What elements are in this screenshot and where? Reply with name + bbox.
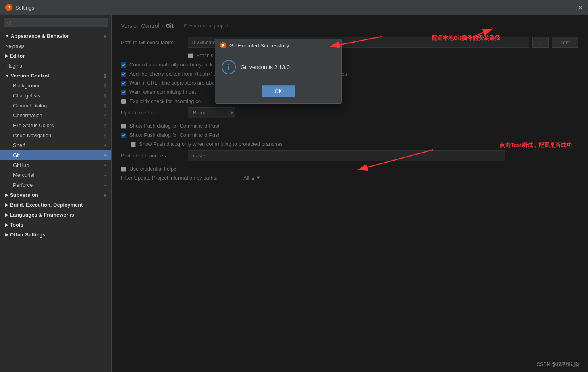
sidebar-item-commit-dialog[interactable]: Commit Dialog ⎘	[0, 101, 111, 110]
sidebar-label-keymap: Keymap	[5, 43, 24, 49]
search-input[interactable]	[4, 18, 108, 27]
sidebar-item-editor[interactable]: ▶ Editor	[0, 51, 111, 61]
dialog-title-left: P Git Executed Successfully	[220, 42, 289, 48]
watermark: CSDN @程序猿进阶	[536, 361, 580, 368]
app-icon: P	[5, 4, 12, 11]
title-bar: P Settings ✕	[0, 0, 588, 15]
sidebar-item-git[interactable]: Git ⎘	[0, 150, 111, 160]
sidebar-label-issue-nav: Issue Navigation	[13, 132, 51, 138]
info-icon: i	[222, 60, 236, 74]
close-button[interactable]: ✕	[578, 4, 583, 12]
sidebar-label-shelf: Shelf	[13, 142, 25, 148]
sidebar-item-plugins[interactable]: Plugins	[0, 61, 111, 71]
sidebar-item-keymap[interactable]: Keymap	[0, 41, 111, 51]
dialog-app-icon: P	[220, 42, 226, 48]
arrow-icon: ▼	[5, 34, 9, 38]
sidebar-label-file-status: File Status Colors	[13, 122, 54, 128]
dialog-title-text: Git Executed Successfully	[229, 43, 289, 48]
sidebar-item-shelf[interactable]: Shelf ⎘	[0, 140, 111, 150]
copy-icon-in: ⎘	[104, 133, 106, 138]
sidebar-label-subversion: Subversion	[10, 192, 38, 198]
ok-button[interactable]: OK	[262, 85, 295, 97]
copy-icon-gh: ⎘	[104, 163, 106, 168]
arrow-icon-tools: ▶	[5, 223, 8, 227]
dialog-body: i Git version is 2.13.0	[215, 52, 341, 82]
sidebar-item-background[interactable]: Background ⎘	[0, 81, 111, 91]
sidebar-label-github: GitHub	[13, 162, 29, 168]
window-title: Settings	[15, 5, 34, 11]
copy-icon-cd: ⎘	[104, 103, 106, 108]
sidebar-label-background: Background	[13, 83, 40, 89]
arrow-icon-svn: ▶	[5, 193, 8, 197]
sidebar-label-confirmation: Confirmation	[13, 112, 42, 118]
dialog-message: Git version is 2.13.0	[241, 64, 290, 70]
copy-icon-sh: ⎘	[104, 143, 106, 148]
dialog-footer: OK	[215, 82, 341, 103]
copy-icon-merc: ⎘	[104, 173, 106, 178]
copy-icon-cl: ⎘	[104, 93, 106, 98]
sidebar-item-subversion[interactable]: ▶ Subversion ⎘	[0, 190, 111, 200]
dialog-overlay: P Git Executed Successfully ✕ i Git vers…	[112, 15, 588, 372]
copy-icon-fs: ⎘	[104, 123, 106, 128]
copy-icon-conf: ⎘	[104, 113, 106, 118]
copy-icon: ⎘	[104, 34, 106, 39]
arrow-icon-vc: ▼	[5, 74, 9, 78]
sidebar-item-perforce[interactable]: Perforce ⎘	[0, 180, 111, 190]
dialog-title-bar: P Git Executed Successfully ✕	[215, 39, 341, 52]
copy-icon-git: ⎘	[104, 153, 106, 158]
search-box	[0, 15, 111, 31]
dialog-close-button[interactable]: ✕	[332, 42, 337, 48]
sidebar-label-plugins: Plugins	[5, 63, 22, 69]
sidebar-label-languages: Languages & Frameworks	[10, 212, 74, 218]
title-bar-left: P Settings	[5, 4, 34, 11]
sidebar-label-mercurial: Mercurial	[13, 172, 34, 178]
sidebar-item-issue-nav[interactable]: Issue Navigation ⎘	[0, 130, 111, 140]
sidebar-label-vc: Version Control	[11, 73, 49, 79]
sidebar-item-changelists[interactable]: Changelists ⎘	[0, 91, 111, 101]
sidebar-item-languages[interactable]: ▶ Languages & Frameworks	[0, 210, 111, 220]
sidebar-item-appearance[interactable]: ▼ Appearance & Behavior ⎘	[0, 31, 111, 41]
copy-icon-svn: ⎘	[104, 193, 106, 198]
success-dialog: P Git Executed Successfully ✕ i Git vers…	[215, 39, 342, 104]
content-panel: Version Control › Git ⊟ For current proj…	[112, 15, 588, 372]
sidebar-label-editor: Editor	[10, 53, 25, 59]
sidebar-label-other: Other Settings	[10, 232, 46, 238]
sidebar-item-other[interactable]: ▶ Other Settings	[0, 230, 111, 240]
settings-window: P Settings ✕ ▼ Appearance & Behavior ⎘ K…	[0, 0, 588, 372]
sidebar-label-perforce: Perforce	[13, 182, 33, 188]
sidebar: ▼ Appearance & Behavior ⎘ Keymap ▶ Edito…	[0, 15, 112, 372]
sidebar-item-build[interactable]: ▶ Build, Execution, Deployment	[0, 200, 111, 210]
sidebar-item-version-control[interactable]: ▼ Version Control ⎘	[0, 71, 111, 81]
arrow-icon-build: ▶	[5, 203, 8, 207]
sidebar-item-mercurial[interactable]: Mercurial ⎘	[0, 170, 111, 180]
copy-icon-perf: ⎘	[104, 183, 106, 188]
sidebar-label-tools: Tools	[10, 222, 23, 228]
arrow-icon-lang: ▶	[5, 213, 8, 217]
sidebar-label-build: Build, Execution, Deployment	[10, 202, 83, 208]
sidebar-item-github[interactable]: GitHub ⎘	[0, 160, 111, 170]
copy-icon-bg: ⎘	[104, 83, 106, 88]
main-content: ▼ Appearance & Behavior ⎘ Keymap ▶ Edito…	[0, 15, 588, 372]
arrow-icon-other: ▶	[5, 232, 8, 237]
sidebar-label-git: Git	[13, 152, 20, 158]
copy-icon-vc: ⎘	[104, 74, 106, 78]
sidebar-item-confirmation[interactable]: Confirmation ⎘	[0, 110, 111, 120]
sidebar-item-file-status[interactable]: File Status Colors ⎘	[0, 120, 111, 130]
sidebar-label-appearance: Appearance & Behavior	[11, 33, 69, 39]
sidebar-item-tools[interactable]: ▶ Tools	[0, 220, 111, 230]
arrow-icon-editor: ▶	[5, 54, 8, 58]
sidebar-label-commit-dialog: Commit Dialog	[13, 103, 47, 108]
sidebar-label-changelists: Changelists	[13, 93, 40, 99]
